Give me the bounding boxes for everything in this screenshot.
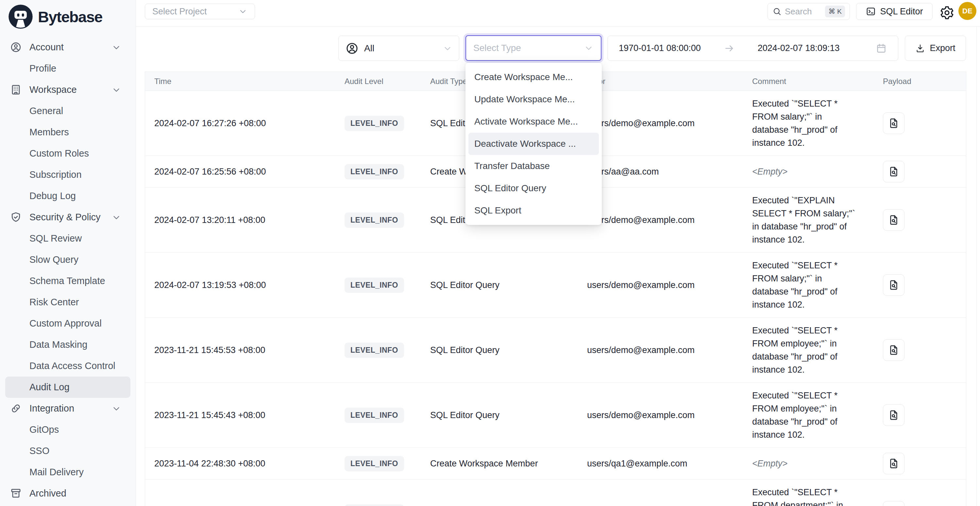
project-select[interactable]: Select Project (145, 3, 255, 19)
column-header-payload: Payload (883, 77, 966, 86)
dropdown-item-create-workspace-me[interactable]: Create Workspace Me... (468, 66, 599, 88)
sidebar-item-label: General (5, 106, 63, 116)
date-range-start[interactable]: 1970-01-01 08:00:00 (619, 43, 701, 53)
sidebar-item-label: Debug Log (5, 191, 76, 201)
row-audit-type: SQL Editor Query (430, 410, 587, 420)
column-header-actor: Actor (587, 77, 752, 86)
row-actor: users/demo@example.com (587, 280, 752, 290)
export-button[interactable]: Export (905, 36, 966, 61)
file-search-icon (888, 409, 900, 421)
date-range-end[interactable]: 2024-02-07 18:09:13 (758, 43, 840, 53)
sidebar-item-profile[interactable]: Profile (5, 58, 130, 79)
column-header-audit-level: Audit Level (345, 77, 430, 86)
payload-button[interactable] (883, 453, 905, 474)
sidebar-item-gitops[interactable]: GitOps (5, 419, 130, 440)
sidebar-item-data-masking[interactable]: Data Masking (5, 334, 130, 355)
sidebar-item-label: Schema Template (5, 275, 105, 286)
sidebar-item-risk-center[interactable]: Risk Center (5, 291, 130, 313)
sidebar-item-integration[interactable]: Integration (5, 398, 130, 419)
table-row: 2023-11-04 22:48:30 +08:00LEVEL_INFOCrea… (145, 448, 966, 479)
sidebar-item-subscription[interactable]: Subscription (5, 164, 130, 185)
chevron-down-icon (584, 43, 593, 53)
dropdown-item-update-workspace-me[interactable]: Update Workspace Me... (468, 88, 599, 110)
payload-button[interactable] (883, 274, 905, 296)
sidebar-item-slow-query[interactable]: Slow Query (5, 249, 130, 271)
level-badge: LEVEL_INFO (345, 277, 404, 293)
brand-logo[interactable]: Bytebase (7, 3, 102, 30)
bytebase-logo-icon (7, 3, 34, 30)
sidebar-item-label: Data Access Control (5, 361, 115, 371)
table-row: 2023-11-21 15:45:53 +08:00LEVEL_INFOSQL … (145, 318, 966, 383)
level-badge: LEVEL_INFO (345, 407, 404, 423)
payload-button[interactable] (883, 501, 905, 506)
project-select-placeholder: Select Project (152, 6, 207, 17)
date-range-picker[interactable]: 1970-01-01 08:00:00 2024-02-07 18:09:13 (607, 36, 898, 61)
row-comment: Executed `"SELECT * FROM employee;"` in … (752, 389, 860, 441)
dropdown-item-sql-editor-query[interactable]: SQL Editor Query (468, 177, 599, 199)
arrow-right-icon (724, 43, 735, 54)
row-actor: users/demo@example.com (587, 118, 752, 129)
sidebar-item-security-policy[interactable]: Security & Policy (5, 207, 130, 228)
sidebar-item-schema-template[interactable]: Schema Template (5, 271, 130, 291)
row-audit-level: LEVEL_INFO (345, 164, 430, 180)
row-actor: users/demo@example.com (587, 215, 752, 225)
link-icon (10, 403, 22, 414)
sidebar-item-label: Slow Query (5, 254, 78, 265)
row-actor: users/aa@aa.com (587, 167, 752, 177)
chevron-down-icon (442, 43, 452, 53)
row-audit-level: LEVEL_INFO (345, 504, 430, 506)
sidebar-item-debug-log[interactable]: Debug Log (5, 185, 130, 207)
search-placeholder: Search (785, 6, 811, 17)
sidebar-item-mail-delivery[interactable]: Mail Delivery (5, 461, 130, 483)
row-actor: users/demo@example.com (587, 410, 752, 420)
sidebar-item-account[interactable]: Account (5, 37, 130, 58)
payload-button[interactable] (883, 161, 905, 182)
search-shortcut-badge: ⌘ K (825, 6, 845, 18)
sidebar-item-audit-log[interactable]: Audit Log (5, 377, 130, 398)
user-filter-select[interactable]: All (338, 36, 459, 61)
sidebar-item-data-access-control[interactable]: Data Access Control (5, 355, 130, 377)
sidebar-item-label: Mail Delivery (5, 467, 84, 477)
dropdown-item-activate-workspace-me[interactable]: Activate Workspace Me... (468, 110, 599, 133)
sidebar: Bytebase AccountProfileWorkspaceGeneralM… (0, 0, 136, 506)
file-search-icon (888, 458, 900, 469)
sidebar-item-custom-approval[interactable]: Custom Approval (5, 313, 130, 334)
dropdown-item-sql-export[interactable]: SQL Export (468, 199, 599, 222)
table-row: 2023-11-21 15:45:43 +08:00LEVEL_INFOSQL … (145, 383, 966, 448)
payload-button[interactable] (883, 404, 905, 426)
sidebar-item-sso[interactable]: SSO (5, 440, 130, 461)
avatar[interactable]: DE (958, 2, 977, 20)
row-actor: users/demo@example.com (587, 345, 752, 355)
level-badge: LEVEL_INFO (345, 116, 404, 131)
gear-icon[interactable] (939, 5, 955, 20)
brand-name: Bytebase (38, 8, 102, 26)
sidebar-item-general[interactable]: General (5, 100, 130, 122)
dropdown-item-deactivate-workspace[interactable]: Deactivate Workspace ... (468, 133, 599, 155)
sidebar-item-label: Custom Roles (5, 148, 89, 159)
payload-button[interactable] (883, 113, 905, 134)
row-comment: <Empty> (752, 457, 860, 470)
sidebar-item-label: SSO (5, 446, 49, 456)
sidebar-item-workspace[interactable]: Workspace (5, 79, 130, 100)
chevron-down-icon (111, 404, 121, 414)
chevron-down-icon (111, 212, 121, 222)
archive-icon (10, 487, 22, 500)
search-input[interactable]: Search ⌘ K (767, 3, 850, 20)
type-filter-select[interactable]: Select Type (466, 35, 601, 61)
column-header-comment: Comment (752, 77, 883, 86)
sidebar-item-archived[interactable]: Archived (5, 483, 130, 504)
payload-button[interactable] (883, 339, 905, 361)
sql-editor-button[interactable]: SQL Editor (856, 3, 932, 20)
dropdown-item-transfer-database[interactable]: Transfer Database (468, 155, 599, 177)
payload-button[interactable] (883, 209, 905, 231)
sidebar-item-custom-roles[interactable]: Custom Roles (5, 143, 130, 164)
sidebar-item-members[interactable]: Members (5, 122, 130, 143)
row-time: 2023-11-21 15:45:53 +08:00 (145, 345, 345, 355)
row-comment: Executed `"SELECT * FROM employee;"` in … (752, 324, 860, 376)
row-audit-level: LEVEL_INFO (345, 116, 430, 131)
sidebar-item-sql-review[interactable]: SQL Review (5, 228, 130, 249)
level-badge: LEVEL_INFO (345, 212, 404, 228)
row-comment: <Empty> (752, 165, 860, 178)
user-circle-icon (10, 41, 22, 53)
level-badge: LEVEL_INFO (345, 342, 404, 358)
